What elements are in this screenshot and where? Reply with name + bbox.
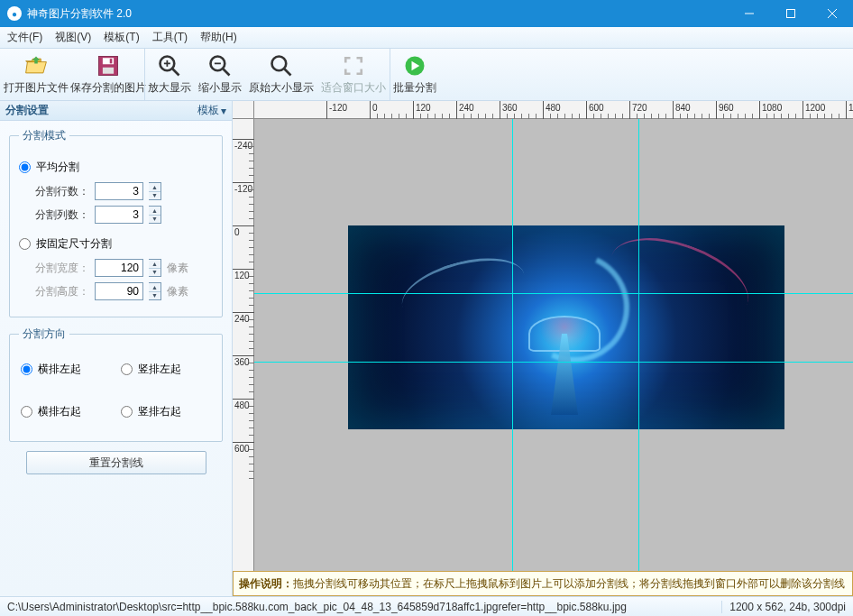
height-spinner[interactable]: ▲▼ [149,282,161,300]
save-split-label: 保存分割的图片 [70,80,146,96]
zoom-in-label: 放大显示 [148,80,191,96]
app-icon: ● [7,6,22,21]
fit-window-label: 适合窗口大小 [321,80,386,96]
dir-vl-label: 竖排左起 [138,362,181,377]
maximize-button[interactable] [770,0,812,27]
cols-spinner[interactable]: ▲▼ [149,206,161,224]
svg-rect-1 [787,10,795,18]
title-bar: ● 神奇图片分割软件 2.0 [0,0,853,27]
side-panel-title: 分割设置 [5,103,49,118]
split-mode-legend: 分割模式 [19,128,69,143]
close-button[interactable] [812,0,853,27]
rows-input[interactable]: 3 [95,182,143,200]
cols-input[interactable]: 3 [95,206,143,224]
side-panel-header: 分割设置 模板 ▾ [0,101,232,121]
minimize-button[interactable] [729,0,770,27]
dir-hr-radio[interactable] [21,406,32,418]
status-path: C:\Users\Administrator\Desktop\src=http_… [7,601,714,613]
svg-line-13 [223,69,229,76]
hint-label: 操作说明： [239,576,293,592]
menu-file[interactable]: 文件(F) [7,30,42,45]
menu-template[interactable]: 模板(T) [104,30,139,45]
height-label: 分割高度： [35,284,89,299]
dir-vr-label: 竖排右起 [138,404,181,419]
menu-tools[interactable]: 工具(T) [152,30,188,45]
dir-vl-radio[interactable] [121,363,133,375]
folder-open-icon [23,53,49,78]
zoom-in-icon [157,53,182,78]
ruler-corner [233,101,254,119]
viewport[interactable] [254,119,853,571]
status-info: 1200 x 562, 24b, 300dpi [729,601,846,613]
rows-spinner[interactable]: ▲▼ [149,182,161,200]
menu-help[interactable]: 帮助(H) [200,30,237,45]
svg-rect-6 [102,68,113,74]
menu-bar: 文件(F) 视图(V) 模板(T) 工具(T) 帮助(H) [0,27,853,49]
ruler-vertical[interactable]: -240-1200120240360480600 [233,119,254,571]
save-split-button[interactable]: 保存分割的图片 [72,49,144,100]
split-line-v2[interactable] [638,119,639,571]
canvas-area: -120012024036048060072084096010801200132… [233,101,853,596]
svg-line-9 [173,69,179,76]
zoom-out-button[interactable]: 缩小显示 [195,49,245,100]
split-direction-legend: 分割方向 [19,326,69,342]
split-direction-group: 分割方向 横排左起 竖排左起 横排右起 竖排右起 [9,326,223,442]
toolbar: 打开图片文件 保存分割的图片 放大显示 缩小显示 原始大小显示 适合窗口大小 批… [0,49,853,101]
split-line-v1[interactable] [512,119,513,571]
svg-line-16 [284,69,290,76]
fixed-split-radio[interactable] [19,238,31,250]
side-panel: 分割设置 模板 ▾ 分割模式 平均分割 分割行数： 3 ▲▼ 分 [0,101,233,596]
hint-bar: 操作说明： 拖拽分割线可移动其位置；在标尺上拖拽鼠标到图片上可以添加分割线；将分… [233,571,853,596]
dir-hr-label: 横排右起 [38,404,81,419]
batch-icon [402,53,427,78]
fit-window-icon [341,53,366,78]
image-preview[interactable] [348,225,784,429]
width-unit: 像素 [167,261,188,276]
width-label: 分割宽度： [35,261,89,276]
svg-rect-7 [109,59,112,63]
fit-window-button[interactable]: 适合窗口大小 [317,49,390,100]
chevron-down-icon: ▾ [221,105,226,117]
ruler-horizontal[interactable]: -120012024036048060072084096010801200132… [254,101,853,119]
height-input[interactable]: 90 [95,282,143,300]
zoom-out-label: 缩小显示 [198,80,242,96]
zoom-in-button[interactable]: 放大显示 [144,49,195,100]
reset-lines-button[interactable]: 重置分割线 [26,451,206,474]
split-mode-group: 分割模式 平均分割 分割行数： 3 ▲▼ 分割列数： 3 ▲▼ 按固定 [9,128,223,317]
window-title: 神奇图片分割软件 2.0 [27,6,729,22]
menu-view[interactable]: 视图(V) [55,30,91,45]
open-file-label: 打开图片文件 [4,80,69,96]
dir-hl-label: 横排左起 [38,362,81,377]
batch-split-button[interactable]: 批量分割 [390,49,440,100]
hint-text: 拖拽分割线可移动其位置；在标尺上拖拽鼠标到图片上可以添加分割线；将分割线拖拽到窗… [293,576,845,592]
actual-size-icon [269,53,294,78]
template-dropdown[interactable]: 模板 ▾ [197,103,226,118]
avg-split-label: 平均分割 [36,160,79,175]
height-unit: 像素 [167,284,188,299]
dir-hl-radio[interactable] [21,363,32,375]
width-input[interactable]: 120 [95,259,143,277]
save-icon [96,53,121,78]
fixed-split-label: 按固定尺寸分割 [36,236,112,252]
split-line-h2[interactable] [254,362,853,363]
dir-vr-radio[interactable] [121,406,133,418]
width-spinner[interactable]: ▲▼ [149,259,161,277]
svg-point-15 [271,57,286,71]
batch-split-label: 批量分割 [393,80,436,96]
rows-label: 分割行数： [35,184,89,199]
avg-split-radio[interactable] [19,161,31,173]
zoom-out-icon [207,53,233,78]
actual-size-button[interactable]: 原始大小显示 [245,49,317,100]
cols-label: 分割列数： [35,207,89,223]
status-bar: C:\Users\Administrator\Desktop\src=http_… [0,596,853,616]
split-line-h1[interactable] [254,293,853,294]
actual-size-label: 原始大小显示 [249,80,314,96]
open-file-button[interactable]: 打开图片文件 [0,49,72,100]
